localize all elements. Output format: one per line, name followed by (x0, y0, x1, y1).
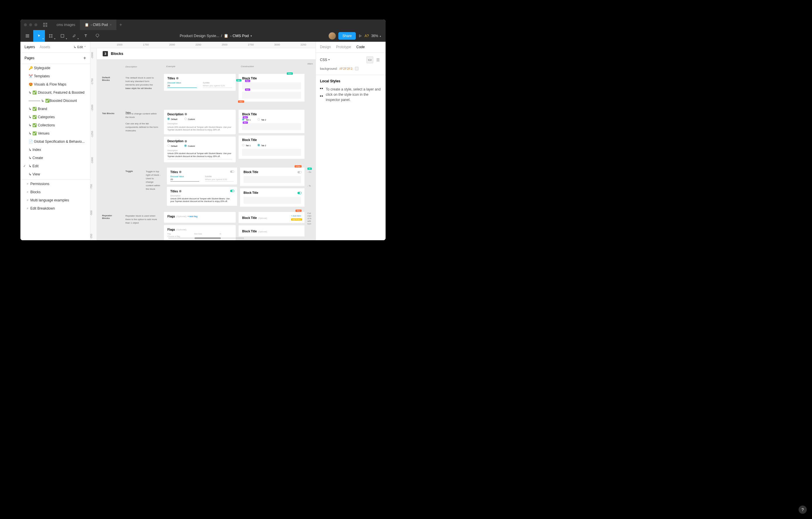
page-item[interactable]: 😍 Visuals & Flow Maps (21, 80, 90, 88)
row-tab-blocks: Tab Blocks Tabs Used to change content w… (100, 110, 313, 165)
avatar[interactable] (328, 32, 336, 40)
breadcrumb-parent: Product Design Syste... (180, 33, 219, 38)
section-title: Blocks (111, 51, 123, 56)
construction-card: Block Title Tab 1 Tab 2 (239, 135, 304, 159)
move-tool[interactable]: ▾ (33, 30, 45, 42)
page-item[interactable]: ↳ Index (21, 146, 90, 154)
close-icon[interactable]: × (110, 23, 112, 27)
page-item[interactable]: ↳ ✅ Venues (21, 129, 90, 137)
page-item-current[interactable]: ↳ Edit (21, 162, 90, 170)
construction-card: Block Title 8px Tab 1 Tab 2 8px (239, 110, 304, 133)
shape-tool[interactable]: ▾ (57, 30, 68, 42)
canvas[interactable]: 3 Blocks Description Example Constructio… (97, 48, 316, 240)
toolbar: ▾ ▾ ▾ ▾ Product Design Syste... / 📋 - CM… (21, 30, 385, 42)
styles-grid-icon (320, 88, 323, 103)
frame-item[interactable]: #Multi language examples (21, 196, 90, 204)
page-item[interactable]: 📄 Global Specification & Behavio... (21, 137, 90, 146)
header-row: Description Example Construction Altern (100, 63, 313, 71)
titlebar: cms images 📋 - CMS Pod × + (21, 20, 385, 30)
ruler-vertical: -2000 -1750 -1500 -1250 -1000 -750 -500 … (90, 48, 97, 240)
pages-header: Pages + (21, 53, 90, 64)
canvas-area[interactable]: 1500 1750 2000 2250 2500 2750 3000 3250 … (90, 42, 316, 240)
pen-tool[interactable]: ▾ (68, 30, 80, 42)
construction-card: Block Title (Optional) (239, 225, 304, 237)
tab-prototype[interactable]: Prototype (336, 45, 351, 49)
ruler-horizontal: 1500 1750 2000 2250 2500 2750 3000 3250 (90, 42, 316, 48)
example-card: Titles Discount Value 20 Subtitle When y… (164, 74, 236, 91)
tab-design[interactable]: Design (320, 45, 331, 49)
comment-tool[interactable] (92, 30, 103, 42)
missing-fonts-badge[interactable]: A? (365, 34, 369, 38)
toggle-switch[interactable] (230, 190, 234, 192)
frame-item[interactable]: #Edit Breakdown (21, 204, 90, 213)
close-dot[interactable] (24, 23, 27, 26)
construction-card: 16px Block Title (Optional) + Add Item A… (239, 212, 304, 223)
horizontal-scrollbar[interactable] (168, 237, 244, 239)
panel-tabs: Layers Assets ↳ Edit ⌃ (21, 42, 90, 53)
row-toggle: Toggle Toggle in top right of block - Us… (100, 168, 313, 209)
page-item[interactable]: ↳ View (21, 170, 90, 179)
zoom-control[interactable]: 36% ▾ (371, 34, 381, 38)
apps-icon[interactable] (43, 23, 47, 27)
right-panel: Design Prototype Code CSS ▾ <> backgro (316, 42, 385, 240)
chevron-down-icon[interactable]: ▾ (251, 34, 252, 37)
file-tab-cms-pod[interactable]: 📋 - CMS Pod × (80, 20, 116, 30)
pages-list: 🔑 Styleguide ✂️ Templates 😍 Visuals & Fl… (21, 64, 90, 179)
toggle-switch[interactable] (230, 170, 234, 173)
present-button[interactable] (358, 34, 362, 38)
list-view-button[interactable] (375, 56, 381, 63)
frame-item[interactable]: #Permissions (21, 180, 90, 188)
tab-code[interactable]: Code (356, 45, 365, 49)
example-card: Titles Description Unlock 20% student di… (167, 187, 237, 206)
page-item[interactable]: ↳ ✅ Brand (21, 105, 90, 113)
example-card: Description Default Custom Description U… (164, 137, 236, 162)
svg-rect-0 (61, 34, 64, 37)
color-swatch[interactable] (355, 67, 358, 70)
tab-label: - CMS Pod (91, 23, 108, 27)
toggle-switch[interactable] (297, 171, 301, 173)
minimize-dot[interactable] (29, 23, 32, 26)
menu-button[interactable] (22, 30, 33, 42)
tab-layers[interactable]: Layers (25, 45, 35, 49)
blocks-area: Description Example Construction Altern … (97, 63, 316, 240)
inspector-tabs: Design Prototype Code (316, 42, 385, 53)
code-view-button[interactable]: <> (366, 56, 373, 63)
section-number: 3 (103, 51, 108, 56)
edit-pages-toggle[interactable]: ↳ Edit ⌃ (74, 45, 86, 49)
add-flag-link[interactable]: + Add flag (187, 215, 198, 217)
page-item[interactable]: 🔑 Styleguide (21, 64, 90, 72)
section-header: 3 Blocks (97, 48, 316, 59)
share-button[interactable]: Share (338, 32, 356, 40)
page-item[interactable]: ↳ ✅ Discount, Featured & Boosted (21, 88, 90, 97)
example-card: Titles Discount Value 20 Subtitle (167, 168, 237, 185)
frames-list: #Permissions #Blocks #Multi language exa… (21, 180, 90, 213)
local-styles-title: Local Styles (320, 79, 381, 83)
maximize-dot[interactable] (34, 23, 37, 26)
construction-card: 103px Block Title (240, 168, 304, 186)
frame-item[interactable]: #Blocks (21, 188, 90, 196)
css-label[interactable]: CSS (320, 58, 327, 62)
tab-assets[interactable]: Assets (40, 45, 50, 49)
row-default-blocks: Default Blocks The default block is used… (100, 74, 313, 104)
example-card: Flags (Optional) + Add flag (164, 212, 236, 223)
page-item[interactable]: ↳ Create (21, 154, 90, 162)
css-code[interactable]: background: #F2F2F2; (320, 66, 381, 72)
window-controls[interactable] (24, 23, 37, 26)
breadcrumb-current: - CMS Pod (230, 33, 249, 38)
pages-title: Pages (25, 56, 34, 60)
toggle-switch[interactable] (297, 192, 301, 194)
add-page-button[interactable]: + (83, 55, 86, 61)
page-item[interactable]: ↳ ✅ Collections (21, 121, 90, 129)
page-item[interactable]: ---------- ↳ ✅Boosted Discount (21, 97, 90, 105)
local-styles: Local Styles To create a style, select a… (316, 75, 385, 107)
frame-tool[interactable]: ▾ (45, 30, 57, 42)
css-section: CSS ▾ <> background: #F2F2F2; (316, 53, 385, 75)
breadcrumb-separator: / (221, 33, 222, 38)
page-item[interactable]: ✂️ Templates (21, 72, 90, 80)
breadcrumb[interactable]: Product Design Syste... / 📋 - CMS Pod ▾ (103, 33, 328, 38)
new-tab-button[interactable]: + (116, 22, 125, 27)
page-item[interactable]: ↳ ✅ Categories (21, 113, 90, 121)
text-tool[interactable] (80, 30, 92, 42)
file-tab-cms-images[interactable]: cms images (52, 20, 80, 30)
local-styles-text: To create a style, select a layer and cl… (326, 87, 381, 103)
